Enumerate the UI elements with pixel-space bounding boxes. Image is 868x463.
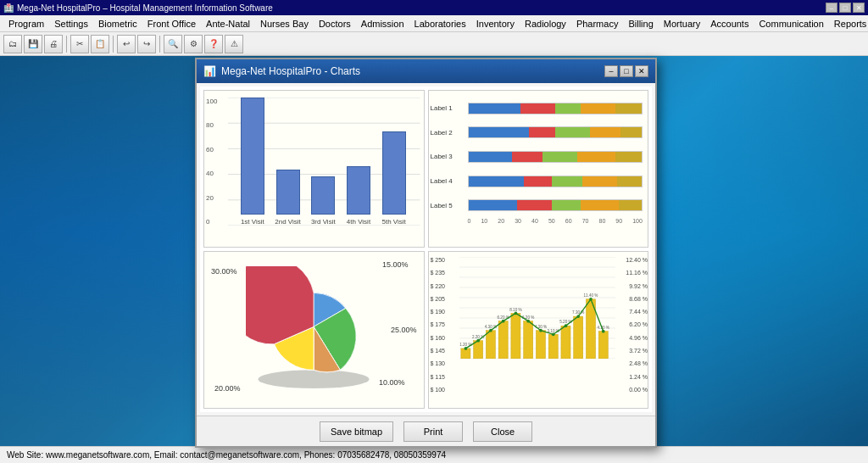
modal-controls: – □ ✕ — [604, 65, 648, 77]
hbar-seg-2-3 — [555, 127, 590, 137]
app-title: Mega-Net HospitalPro – Hospital Manageme… — [17, 3, 273, 13]
toolbar-btn-5[interactable]: 📋 — [91, 35, 109, 53]
hbar-label-1: Label 1 — [431, 104, 453, 112]
pie-chart-panel: 15.00% 25.00% 10.00% 20.00% 30.00% — [203, 251, 425, 409]
menu-item-front-office[interactable]: Front Office — [142, 17, 201, 31]
menu-item-doctors[interactable]: Doctors — [314, 17, 356, 31]
toolbar: 🗂 💾 🖨 ✂ 📋 ↩ ↪ 🔍 ⚙ ❓ ⚠ — [0, 32, 868, 56]
hbar-seg-5-3 — [552, 200, 581, 210]
toolbar-btn-1[interactable]: 🗂 — [3, 35, 22, 53]
combo-dot-8 — [551, 332, 554, 336]
combo-dot-7 — [539, 329, 542, 332]
menu-item-reports[interactable]: Reports — [829, 17, 868, 31]
close-modal-button[interactable]: Close — [473, 421, 532, 442]
combo-dot-2 — [476, 339, 480, 343]
combo-y-145: $ 145 — [431, 348, 446, 354]
menu-item-mortuary[interactable]: Mortuary — [659, 17, 705, 31]
combo-bar-label-12: 4.20 % — [597, 326, 609, 330]
toolbar-btn-2[interactable]: 💾 — [24, 35, 42, 53]
toolbar-btn-8[interactable]: 🔍 — [164, 35, 182, 53]
menu-item-admission[interactable]: Admission — [356, 17, 409, 31]
menu-item-nurses-bay[interactable]: Nurses Bay — [255, 17, 314, 31]
combo-yr-372: 3.72 % — [626, 348, 648, 354]
combo-bar-8 — [548, 334, 558, 359]
hbar-x-30: 30 — [515, 218, 521, 224]
toolbar-btn-3[interactable]: 🖨 — [44, 35, 63, 53]
hbar-x-70: 70 — [582, 218, 589, 224]
hbar-x-axis: 0 10 20 30 40 50 60 70 80 90 100 — [468, 218, 643, 224]
hbar-row-5: Label 5 — [468, 194, 643, 216]
combo-bar-label-11: 11.40 % — [583, 293, 598, 298]
hbar-seg-4-2 — [524, 176, 552, 187]
hbar-x-40: 40 — [531, 218, 538, 224]
combo-yr-496: 4.96 % — [626, 335, 648, 341]
combo-bar-9 — [560, 326, 570, 359]
modal-title-left: 📊 Mega-Net HospitalPro - Charts — [203, 65, 360, 77]
hbar-segs-5 — [468, 199, 643, 211]
hbar-seg-4-3 — [552, 176, 583, 187]
hbar-label-5: Label 5 — [431, 202, 453, 209]
menu-item-communication[interactable]: Communication — [754, 17, 828, 31]
minimize-button[interactable]: – — [826, 3, 837, 13]
print-button[interactable]: Print — [403, 421, 463, 442]
menu-item-laboratories[interactable]: Laboratories — [409, 17, 471, 31]
hbar-segs-3 — [468, 151, 643, 163]
pie-chart: 15.00% 25.00% 10.00% 20.00% 30.00% — [204, 252, 424, 408]
status-text: Web Site: www.meganetsoftware.com, Email… — [7, 450, 446, 460]
bar-3rd-label: 3rd Visit — [311, 218, 336, 226]
title-bar-controls: – □ ✕ — [826, 3, 865, 13]
hbar-seg-4-1 — [469, 176, 524, 187]
combo-bar-5 — [510, 313, 520, 359]
toolbar-btn-6[interactable]: ↩ — [117, 35, 136, 53]
modal-footer: Save bitmap Print Close — [197, 416, 655, 446]
bars-container: 1st Visit 2nd Visit 3rd Visit 4th Visit — [230, 98, 417, 226]
bar-chart: 100 80 60 40 20 0 — [204, 91, 424, 247]
toolbar-btn-7[interactable]: ↪ — [137, 35, 156, 53]
menu-item-inventory[interactable]: Inventory — [471, 17, 520, 31]
save-bitmap-button[interactable]: Save bitmap — [320, 421, 393, 442]
hbar-row-1: Label 1 — [468, 98, 643, 120]
modal-minimize-button[interactable]: – — [604, 65, 618, 77]
bar-chart-panel: 100 80 60 40 20 0 — [203, 90, 425, 248]
combo-yr-124: 1.24 % — [626, 374, 648, 380]
hbar-seg-2-2 — [529, 127, 555, 137]
toolbar-btn-11[interactable]: ⚠ — [225, 35, 243, 53]
hbar-seg-1-2 — [520, 103, 555, 114]
toolbar-btn-4[interactable]: ✂ — [70, 35, 89, 53]
maximize-button[interactable]: □ — [839, 3, 851, 13]
menu-item-accounts[interactable]: Accounts — [705, 17, 754, 31]
title-bar: 🏥 Mega-Net HospitalPro – Hospital Manage… — [0, 0, 868, 15]
modal-maximize-button[interactable]: □ — [620, 65, 633, 77]
hbar-seg-2-4 — [590, 127, 621, 137]
toolbar-sep-2 — [113, 36, 114, 53]
combo-bar-12 — [598, 332, 608, 359]
menu-item-settings[interactable]: Settings — [49, 17, 93, 31]
hbar-seg-2-1 — [469, 127, 530, 137]
toolbar-btn-10[interactable]: ❓ — [204, 35, 223, 53]
bar-5th-label: 5th Visit — [382, 218, 406, 226]
menu-bar: ProgramSettingsBiometricFront OfficeAnte… — [0, 15, 868, 32]
modal-title-text: Mega-Net HospitalPro - Charts — [221, 65, 360, 77]
hbar-x-20: 20 — [498, 218, 504, 224]
menu-item-program[interactable]: Program — [3, 17, 49, 31]
toolbar-btn-9[interactable]: ⚙ — [184, 35, 203, 53]
combo-bar-label-5: 8.10 % — [509, 308, 521, 312]
menu-item-radiology[interactable]: Radiology — [520, 17, 571, 31]
menu-item-billing[interactable]: Billing — [623, 17, 658, 31]
app-icon: 🏥 — [3, 3, 14, 13]
combo-y-235: $ 235 — [431, 270, 446, 276]
menu-item-ante-natal[interactable]: Ante-Natal — [201, 17, 255, 31]
close-button[interactable]: ✕ — [853, 3, 865, 13]
combo-yr-868: 8.68 % — [626, 296, 648, 302]
combo-dot-12 — [601, 330, 604, 333]
hbar-segs-1 — [468, 103, 643, 114]
combo-y-190: $ 190 — [431, 309, 446, 315]
modal-close-button[interactable]: ✕ — [635, 65, 648, 77]
combo-y-160: $ 160 — [431, 335, 446, 341]
bar-5th: 5th Visit — [380, 98, 409, 226]
combo-y-115: $ 115 — [431, 374, 446, 380]
menu-item-pharmacy[interactable]: Pharmacy — [571, 17, 624, 31]
menu-item-biometric[interactable]: Biometric — [93, 17, 142, 31]
bar-4th-label: 4th Visit — [347, 218, 370, 226]
bar-4th: 4th Visit — [344, 98, 373, 226]
